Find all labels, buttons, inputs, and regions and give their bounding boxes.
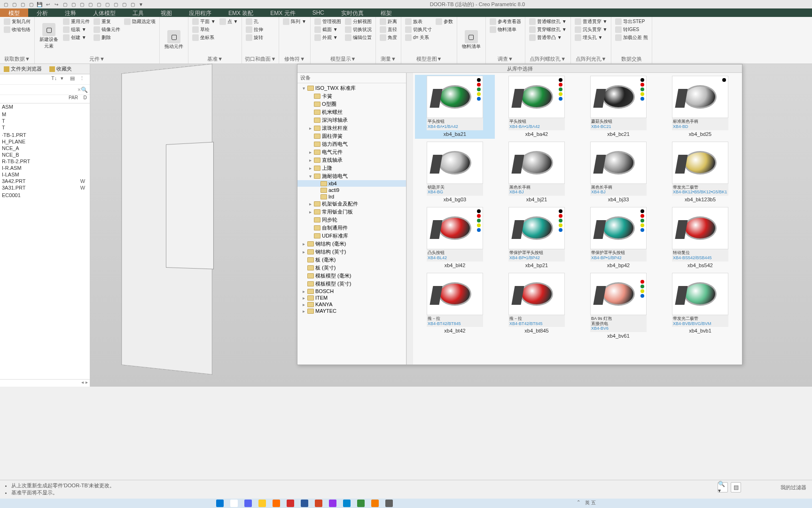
search-icon[interactable] (230, 500, 238, 507)
ribbon-button[interactable]: 坐标系 (191, 34, 217, 41)
taskbar-app[interactable] (273, 500, 280, 507)
qat-icon[interactable]: ▢ (129, 0, 136, 8)
library-item[interactable]: 转动复位XB4-BS542/BSB445xb4_bs542 (660, 206, 740, 270)
ribbon-button[interactable]: 族表 (404, 18, 433, 25)
search-icon[interactable]: 🔍 (81, 87, 88, 93)
ribbon-button[interactable]: ▢新建设备元素 (38, 18, 60, 55)
library-tree-node[interactable]: 卡簧 (297, 92, 406, 100)
view-button[interactable]: ▤ (731, 482, 741, 492)
ribbon-button[interactable]: 物料清单 (489, 26, 522, 33)
qat-icon[interactable]: ▢ (95, 0, 102, 8)
ribbon-button[interactable]: 转IGES (614, 26, 649, 33)
tree-scrollbar[interactable]: ◂▸ (0, 379, 90, 387)
tab-视图[interactable]: 视图 (152, 8, 180, 17)
ribbon-button[interactable]: 创建 ▼ (62, 34, 91, 41)
qat-icon[interactable]: ↪ (53, 0, 60, 8)
library-tree-node[interactable]: 同步轮 (297, 216, 406, 224)
tree-node[interactable]: R-TB-2.PRT (0, 158, 90, 165)
library-tree-node[interactable]: UDF标准库 (297, 232, 406, 240)
library-item[interactable]: 带发光二极管XB4-BK12•B5/BK12•G5/BK1xb4_bk123b5 (660, 141, 740, 205)
library-tree-node[interactable]: 板 (毫米) (297, 256, 406, 264)
library-tree-node[interactable]: xb4 (297, 180, 406, 187)
library-item[interactable]: 平头按钮XB4-BA•1/BA42xb4_ba21 (415, 75, 495, 139)
taskbar-app[interactable] (315, 500, 322, 507)
library-tree-node[interactable]: ▸钢结构 (毫米) (297, 240, 406, 248)
library-item[interactable]: 带保护罩平头按钮XB4-BP•1/BP42xb4_bp21 (497, 206, 577, 270)
library-tree-node[interactable]: 模板模型 (毫米) (297, 272, 406, 280)
tool-icon[interactable]: T↓ (51, 75, 59, 83)
tree-node[interactable]: EC0001 (0, 192, 90, 198)
library-item[interactable]: BA 9s 灯泡直接供电XB4-BV6xb4_bv61 (578, 272, 658, 341)
ribbon-button[interactable]: 切换状况 (344, 26, 373, 33)
ribbon-button[interactable]: 重用元件 (62, 18, 91, 25)
tab-模型[interactable]: 模型 (0, 8, 28, 17)
3d-viewport[interactable]: 从库中选择 设备 ▾ISO_TWX 标准库卡簧O型圈机米螺丝深沟球轴承▸滚珠丝杆… (90, 64, 812, 387)
library-tree-node[interactable]: 德力西电气 (297, 140, 406, 148)
tree-node[interactable]: 3A31.PRTW (0, 184, 90, 191)
ribbon-button[interactable]: d= 关系 (404, 34, 433, 41)
library-tree-node[interactable]: ▾施耐德电气 (297, 172, 406, 180)
search-input[interactable] (2, 87, 78, 93)
tab-folder-browser[interactable]: 文件夹浏览器 (0, 64, 46, 74)
taskbar-app[interactable] (301, 500, 308, 507)
library-item[interactable]: 推－拉XB4-BT42/BT845xb4_bt42 (415, 272, 495, 341)
start-button[interactable] (216, 500, 224, 507)
tab-EMX 装配[interactable]: EMX 装配 (220, 8, 262, 17)
library-tree-node[interactable]: ▸BOSCH (297, 288, 406, 294)
library-tree-node[interactable]: ▸ITEM (297, 294, 406, 301)
qat-icon[interactable]: ▢ (27, 0, 35, 8)
filter-label[interactable]: 我的过滤器 (779, 482, 808, 493)
qat-icon[interactable]: 💾 (36, 0, 43, 8)
ribbon-button[interactable]: ▢物料清单 (460, 18, 483, 62)
tree-scrollbar[interactable] (406, 73, 413, 365)
tab-实时仿真[interactable]: 实时仿真 (333, 8, 372, 17)
ribbon-button[interactable]: 参考查看器 (489, 18, 522, 25)
ribbon-button[interactable]: 沉头贯穿 ▼ (574, 26, 609, 33)
tab-工具[interactable]: 工具 (124, 8, 152, 17)
library-tree-node[interactable]: ▸常用钣金门板 (297, 208, 406, 216)
library-item[interactable]: 钥匙开关XB4-BGxb4_bg03 (415, 141, 495, 205)
library-item[interactable]: 推－拉XB4-BT42/BT845xb4_bt845 (497, 272, 577, 341)
taskbar-app[interactable] (244, 500, 252, 507)
library-tree-node[interactable]: ▸电气元件 (297, 148, 406, 156)
tree-node[interactable]: ·TB-1.PRT (0, 132, 90, 138)
ribbon-button[interactable]: 普通贯穿 ▼ (574, 18, 609, 25)
tree-node[interactable]: NCE_B (0, 151, 90, 158)
library-item[interactable]: 黑色长手柄XB4-BJxb4_bj33 (578, 141, 658, 205)
library-item[interactable]: 平头按钮XB4-BA•1/BA42xb4_ba42 (497, 75, 577, 139)
tab-分析[interactable]: 分析 (28, 8, 56, 17)
library-tree-node[interactable]: ▸机架钣金及配件 (297, 200, 406, 208)
taskbar-app[interactable] (258, 500, 266, 507)
tree-node[interactable]: T (0, 124, 90, 131)
library-tree-node[interactable]: 板 (英寸) (297, 264, 406, 272)
library-tree-node[interactable]: 圆柱弹簧 (297, 132, 406, 140)
ribbon-button[interactable]: 删除 (93, 34, 121, 41)
tree-node[interactable]: M (0, 111, 90, 118)
tree-node[interactable]: ASM (0, 103, 90, 110)
tab-应用程序[interactable]: 应用程序 (180, 8, 220, 17)
taskbar-app[interactable] (357, 500, 365, 507)
ribbon-button[interactable]: 草绘 (191, 26, 217, 33)
tab-favorites[interactable]: 收藏夹 (46, 64, 76, 74)
qat-icon[interactable]: ▢ (78, 0, 86, 8)
ribbon-button[interactable]: 拉伸 (245, 26, 264, 33)
qat-icon[interactable]: ▢ (2, 0, 9, 8)
tab-注释[interactable]: 注释 (56, 8, 85, 17)
qat-icon[interactable]: ▢ (70, 0, 77, 8)
library-tree-node[interactable]: ▸KANYA (297, 301, 406, 308)
library-tree-node[interactable]: 深沟球轴承 (297, 116, 406, 124)
ribbon-button[interactable]: 隐藏选定项 (123, 18, 156, 25)
ribbon-button[interactable]: 直径 (379, 26, 398, 33)
library-tree-node[interactable]: O型圈 (297, 100, 406, 108)
clear-icon[interactable]: × (78, 87, 81, 93)
taskbar-app[interactable] (329, 500, 336, 507)
tab-EMX 元件[interactable]: EMX 元件 (262, 8, 304, 17)
ribbon-button[interactable]: 管理视图 (313, 18, 342, 25)
ribbon-button[interactable]: 点 ▼ (219, 18, 239, 25)
tab-人体模型[interactable]: 人体模型 (85, 8, 124, 17)
tree-node[interactable]: I-R.ASM (0, 165, 90, 171)
ribbon-button[interactable]: 平面 ▼ (191, 18, 217, 25)
qat-icon[interactable]: ▢ (120, 0, 128, 8)
ribbon-button[interactable]: 埋头孔 ▼ (574, 34, 609, 41)
tree-node[interactable]: I-LASM (0, 171, 90, 178)
